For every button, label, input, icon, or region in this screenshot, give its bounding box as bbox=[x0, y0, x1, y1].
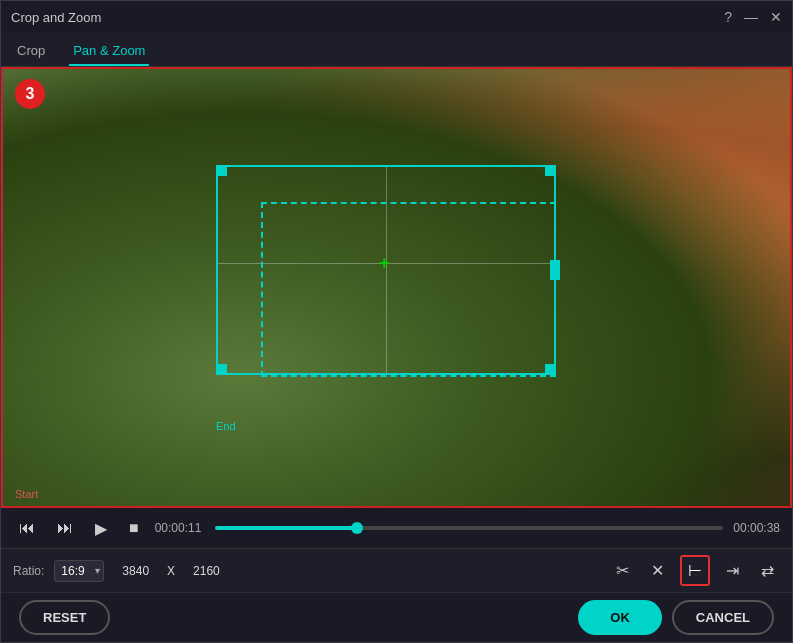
close-icon[interactable]: ✕ bbox=[770, 9, 782, 25]
title-controls: ? — ✕ bbox=[724, 9, 782, 25]
end-label: End bbox=[216, 420, 236, 432]
footer-right: OK CANCEL bbox=[578, 600, 774, 635]
tab-pan-zoom[interactable]: Pan & Zoom bbox=[69, 37, 149, 66]
x-label: X bbox=[167, 564, 175, 578]
width-value: 3840 bbox=[122, 564, 149, 578]
skip-back-button[interactable]: ⏮ bbox=[13, 515, 41, 541]
play-button[interactable]: ▶ bbox=[89, 515, 113, 542]
total-time: 00:00:38 bbox=[733, 521, 780, 535]
footer-bar: RESET OK CANCEL bbox=[1, 592, 792, 642]
video-canvas: 3 Start End bbox=[1, 67, 792, 508]
help-icon[interactable]: ? bbox=[724, 9, 732, 25]
video-area[interactable]: 3 Start End bbox=[1, 67, 792, 508]
ratio-select[interactable]: 16:9 4:3 1:1 9:16 bbox=[54, 560, 104, 582]
title-bar-left: Crop and Zoom bbox=[11, 10, 101, 25]
playback-bar: ⏮ ⏭ ▶ ■ 00:00:11 00:00:38 bbox=[1, 508, 792, 548]
height-value: 2160 bbox=[193, 564, 220, 578]
step-back-button[interactable]: ⏭ bbox=[51, 515, 79, 541]
tab-bar: Crop Pan & Zoom bbox=[1, 33, 792, 67]
bottom-bar: Ratio: 16:9 4:3 1:1 9:16 ▾ 3840 X 2160 ✂… bbox=[1, 548, 792, 592]
tab-crop[interactable]: Crop bbox=[13, 37, 49, 66]
align-left-icon[interactable]: ⊢ bbox=[680, 555, 710, 586]
video-background bbox=[1, 67, 792, 508]
scissors-icon[interactable]: ✂ bbox=[610, 557, 635, 584]
ratio-label: Ratio: bbox=[13, 564, 44, 578]
progress-track[interactable] bbox=[215, 526, 724, 530]
stop-button[interactable]: ■ bbox=[123, 515, 145, 541]
close-x-icon[interactable]: ✕ bbox=[645, 557, 670, 584]
cancel-button[interactable]: CANCEL bbox=[672, 600, 774, 635]
minimize-icon[interactable]: — bbox=[744, 9, 758, 25]
title-bar: Crop and Zoom ? — ✕ bbox=[1, 1, 792, 33]
progress-fill bbox=[215, 526, 357, 530]
window-title: Crop and Zoom bbox=[11, 10, 101, 25]
progress-thumb[interactable] bbox=[351, 522, 363, 534]
swap-icon[interactable]: ⇄ bbox=[755, 557, 780, 584]
frame-number: 3 bbox=[15, 79, 45, 109]
start-label: Start bbox=[15, 488, 38, 500]
ratio-select-wrap: 16:9 4:3 1:1 9:16 ▾ bbox=[54, 560, 104, 582]
current-time: 00:00:11 bbox=[155, 521, 205, 535]
ok-button[interactable]: OK bbox=[578, 600, 662, 635]
arrow-right-icon[interactable]: ⇥ bbox=[720, 557, 745, 584]
reset-button[interactable]: RESET bbox=[19, 600, 110, 635]
main-window: Crop and Zoom ? — ✕ Crop Pan & Zoom 3 St… bbox=[0, 0, 793, 643]
